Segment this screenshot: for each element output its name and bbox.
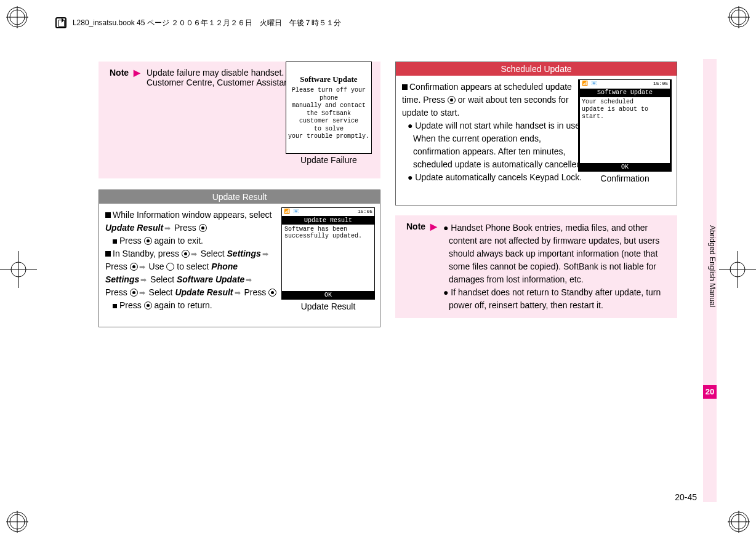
- crop-mark-icon: [728, 511, 750, 533]
- center-key-icon: [130, 289, 138, 297]
- result-substep-1: Press again to exit.: [105, 234, 278, 247]
- time-text: 15:05: [358, 209, 372, 215]
- result-step-1: While Information window appears, select…: [105, 209, 278, 234]
- figure-caption: Update Result: [281, 301, 375, 311]
- direction-key-icon: [166, 263, 174, 271]
- arrow-icon: ➡: [246, 276, 252, 284]
- note2-bullet-1: ● Handset Phone Book entries, media file…: [443, 222, 670, 286]
- arrow-icon: ➡: [140, 276, 147, 284]
- scheduled-update-heading: Scheduled Update: [396, 62, 677, 76]
- square-bullet-icon: [402, 84, 408, 90]
- scheduled-bullet-1: ● Update will not start while handset is…: [404, 119, 585, 171]
- center-key-icon: [268, 289, 276, 297]
- chapter-number: 20: [703, 385, 717, 399]
- signal-icon: 📶 📧: [582, 81, 597, 88]
- confirmation-screen: 📶 📧15:05 Software Update Your scheduled …: [578, 79, 672, 172]
- ok-softkey: OK: [579, 163, 671, 171]
- book-icon: [55, 17, 66, 28]
- update-result-screen: 📶 📧15:05 Update Result Software has been…: [281, 207, 375, 300]
- center-key-icon: [144, 237, 152, 245]
- screen-title: Update Result: [282, 217, 374, 225]
- side-tab: Abridged English Manual 20: [703, 59, 717, 502]
- note-label: Note: [110, 68, 129, 78]
- update-failure-screen: Software Update Please turn off your pho…: [286, 62, 372, 154]
- note-arrow-icon: ▶: [430, 222, 437, 231]
- file-info-text: L280_insatsu.book 45 ページ ２００６年１２月２６日 火曜日…: [73, 18, 341, 27]
- note2-bullet-2: ● If handset does not return to Standby …: [443, 286, 670, 312]
- center-key-icon: [182, 250, 190, 258]
- crop-mark-icon: [728, 6, 750, 28]
- center-key-icon: [144, 301, 152, 309]
- arrow-icon: ➡: [235, 289, 241, 297]
- center-key-icon: [130, 263, 138, 271]
- figure-caption: Update Failure: [283, 155, 374, 165]
- note-label: Note: [406, 222, 425, 231]
- sub-bullet-icon: [113, 304, 117, 308]
- arrow-icon: ➡: [164, 224, 171, 233]
- page-number: 20-45: [675, 492, 697, 502]
- section-label: Abridged English Manual: [703, 225, 717, 307]
- scheduled-intro: Confirmation appears at scheduled update…: [402, 81, 585, 119]
- center-key-icon: [448, 96, 456, 104]
- ok-softkey: OK: [282, 291, 374, 299]
- center-key-icon: [199, 224, 207, 232]
- screen-title: Software Update: [288, 74, 370, 84]
- screen-title: Software Update: [580, 89, 670, 97]
- time-text: 15:05: [653, 81, 668, 88]
- result-substep-2: Press again to return.: [105, 299, 278, 312]
- square-bullet-icon: [105, 251, 111, 257]
- result-step-2: In Standby, press ➡ Select Settings➡ Pre…: [105, 247, 278, 299]
- signal-icon: 📶 📧: [284, 209, 299, 215]
- update-result-heading: Update Result: [99, 190, 380, 204]
- arrow-icon: ➡: [139, 263, 145, 271]
- crop-mark-icon: [6, 511, 28, 533]
- file-header: L280_insatsu.book 45 ページ ２００６年１２月２６日 火曜日…: [55, 17, 341, 28]
- arrow-icon: ➡: [139, 289, 145, 297]
- scheduled-bullet-2: ● Update automatically cancels Keypad Lo…: [404, 171, 585, 184]
- arrow-icon: ➡: [262, 250, 268, 258]
- figure-caption: Confirmation: [578, 174, 672, 183]
- sub-bullet-icon: [113, 239, 117, 244]
- arrow-icon: ➡: [191, 250, 197, 258]
- note-arrow-icon: ▶: [134, 68, 140, 78]
- crop-mark-icon: [719, 251, 756, 288]
- crop-mark-icon: [0, 251, 37, 288]
- square-bullet-icon: [105, 212, 111, 218]
- crop-mark-icon: [6, 6, 28, 28]
